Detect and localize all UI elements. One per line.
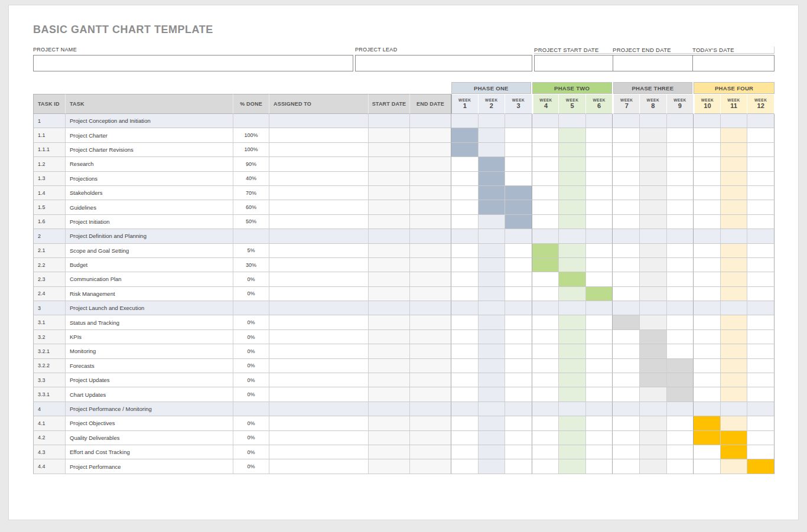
week-cell[interactable] (721, 200, 748, 214)
end-date-cell[interactable] (410, 215, 451, 229)
end-date-cell[interactable] (410, 272, 451, 286)
start-date-cell[interactable] (369, 143, 410, 157)
week-cell[interactable] (747, 330, 775, 344)
week-cell[interactable] (451, 215, 479, 229)
week-cell[interactable] (667, 186, 694, 200)
task-id-cell[interactable]: 2.2 (33, 258, 66, 272)
week-cell[interactable] (640, 200, 667, 214)
week-cell[interactable] (694, 186, 721, 200)
task-cell[interactable]: Project Definition and Planning (66, 229, 233, 243)
start-date-cell[interactable] (369, 229, 410, 243)
task-id-cell[interactable]: 1.4 (33, 186, 66, 200)
week-cell[interactable] (451, 172, 479, 186)
week-cell[interactable] (667, 287, 694, 301)
week-cell[interactable] (613, 287, 640, 301)
week-cell[interactable] (559, 143, 586, 157)
week-cell[interactable] (505, 157, 532, 171)
week-cell[interactable] (479, 330, 506, 344)
gantt-bar-cell[interactable] (721, 431, 748, 445)
done-cell[interactable]: 0% (233, 272, 269, 286)
task-cell[interactable]: Project Conception and Initiation (66, 114, 233, 128)
week-cell[interactable] (505, 402, 532, 416)
week-cell[interactable] (694, 459, 721, 474)
gantt-bar-cell[interactable] (613, 315, 640, 329)
week-cell[interactable] (694, 402, 721, 416)
week-cell[interactable] (505, 387, 532, 402)
week-cell[interactable] (559, 172, 586, 186)
week-cell[interactable] (640, 172, 667, 186)
task-cell[interactable]: Effort and Cost Tracking (66, 445, 233, 459)
week-cell[interactable] (694, 258, 721, 272)
done-cell[interactable]: 90% (233, 157, 269, 171)
week-cell[interactable] (721, 387, 748, 402)
week-cell[interactable] (479, 301, 506, 315)
week-cell[interactable] (613, 114, 640, 128)
week-cell[interactable] (667, 344, 694, 358)
end-date-cell[interactable] (410, 301, 451, 315)
assigned-to-cell[interactable] (269, 459, 369, 474)
week-cell[interactable] (694, 229, 721, 243)
done-cell[interactable]: 60% (233, 200, 269, 214)
week-cell[interactable] (640, 186, 667, 200)
end-date-cell[interactable] (410, 315, 451, 329)
done-cell[interactable]: 0% (233, 287, 269, 301)
week-cell[interactable] (451, 459, 479, 474)
week-cell[interactable] (694, 128, 721, 142)
week-cell[interactable] (613, 416, 640, 430)
done-cell[interactable]: 0% (233, 445, 269, 459)
task-id-cell[interactable]: 2 (33, 229, 66, 243)
gantt-bar-cell[interactable] (640, 373, 667, 387)
week-cell[interactable] (451, 114, 479, 128)
week-cell[interactable] (667, 172, 694, 186)
week-cell[interactable] (721, 344, 748, 358)
week-cell[interactable] (451, 416, 479, 430)
end-date-cell[interactable] (410, 373, 451, 387)
week-cell[interactable] (479, 258, 506, 272)
task-cell[interactable]: Project Updates (66, 373, 233, 387)
assigned-to-cell[interactable] (269, 272, 369, 286)
start-date-cell[interactable] (369, 315, 410, 329)
start-date-cell[interactable] (369, 359, 410, 373)
week-cell[interactable] (559, 431, 586, 445)
week-cell[interactable] (479, 143, 506, 157)
start-date-cell[interactable] (369, 416, 410, 430)
done-cell[interactable]: 0% (233, 431, 269, 445)
week-cell[interactable] (559, 287, 586, 301)
week-cell[interactable] (640, 301, 667, 315)
week-cell[interactable] (532, 344, 559, 358)
week-cell[interactable] (505, 229, 532, 243)
gantt-bar-cell[interactable] (479, 172, 506, 186)
assigned-to-cell[interactable] (269, 402, 369, 416)
task-cell[interactable]: Project Launch and Execution (66, 301, 233, 315)
week-cell[interactable] (640, 387, 667, 402)
week-cell[interactable] (505, 258, 532, 272)
assigned-to-cell[interactable] (269, 200, 369, 214)
week-cell[interactable] (586, 402, 613, 416)
week-cell[interactable] (532, 445, 559, 459)
week-cell[interactable] (667, 459, 694, 474)
week-cell[interactable] (667, 244, 694, 258)
week-cell[interactable] (559, 344, 586, 358)
week-cell[interactable] (586, 330, 613, 344)
week-cell[interactable] (559, 200, 586, 214)
week-cell[interactable] (667, 402, 694, 416)
week-cell[interactable] (559, 301, 586, 315)
week-cell[interactable] (586, 359, 613, 373)
week-cell[interactable] (479, 215, 506, 229)
week-cell[interactable] (559, 330, 586, 344)
task-cell[interactable]: KPIs (66, 330, 233, 344)
week-cell[interactable] (694, 315, 721, 329)
gantt-bar-cell[interactable] (479, 200, 506, 214)
week-cell[interactable] (559, 229, 586, 243)
task-id-cell[interactable]: 1.3 (33, 172, 66, 186)
week-cell[interactable] (451, 229, 479, 243)
task-cell[interactable]: Risk Management (66, 287, 233, 301)
end-date-cell[interactable] (410, 459, 451, 474)
project-lead-input[interactable] (355, 55, 532, 71)
week-cell[interactable] (721, 359, 748, 373)
start-date-cell[interactable] (369, 114, 410, 128)
start-date-cell[interactable] (369, 402, 410, 416)
assigned-to-cell[interactable] (269, 445, 369, 459)
week-cell[interactable] (613, 445, 640, 459)
week-cell[interactable] (559, 459, 586, 474)
